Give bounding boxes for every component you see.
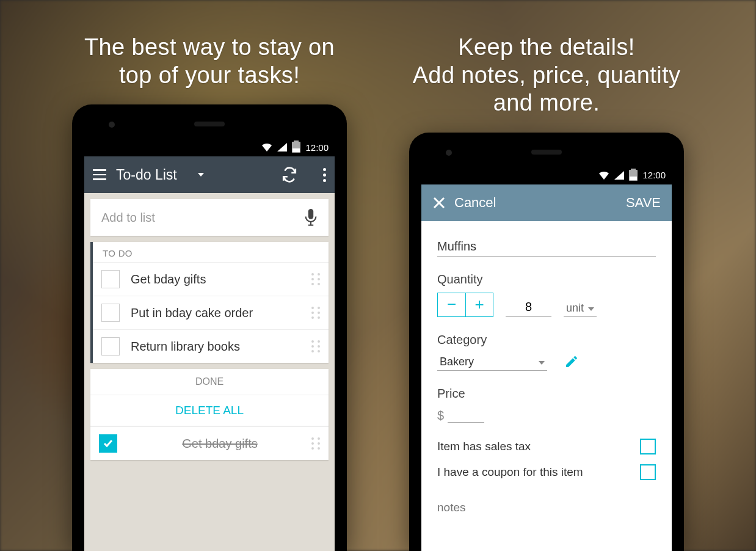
check-icon [102, 437, 114, 450]
coupon-label: I have a coupon for this item [437, 465, 583, 479]
quantity-input[interactable] [506, 297, 551, 317]
task-checkbox[interactable] [101, 304, 120, 322]
done-header: DONE [90, 369, 329, 395]
decrement-button[interactable]: − [437, 293, 465, 317]
coupon-checkbox[interactable] [640, 464, 656, 480]
minus-icon: − [447, 295, 456, 314]
task-row[interactable]: Return library books [93, 329, 329, 363]
edit-pencil-icon[interactable] [564, 354, 579, 369]
notes-input[interactable] [437, 496, 656, 519]
task-checkbox[interactable] [99, 434, 117, 453]
task-checkbox[interactable] [101, 270, 120, 288]
signal-icon [614, 171, 624, 180]
menu-icon[interactable] [93, 169, 106, 180]
overflow-icon[interactable] [323, 168, 326, 182]
task-checkbox[interactable] [101, 337, 120, 356]
promo-panel-2: Keep the details!Add notes, price, quant… [398, 0, 695, 551]
sales-tax-checkbox[interactable] [640, 439, 656, 454]
status-bar: 12:00 [84, 138, 335, 156]
sales-tax-label: Item has sales tax [437, 440, 531, 453]
signal-icon [277, 143, 287, 151]
todo-section: TO DO Get bday gifts Put in bday cake or… [90, 242, 329, 363]
task-row[interactable]: Get bday gifts [90, 426, 329, 460]
edit-app-bar: Cancel SAVE [421, 184, 672, 221]
chevron-down-icon[interactable] [198, 173, 204, 177]
list-title-dropdown[interactable]: To-do List [116, 167, 177, 183]
task-row[interactable]: Get bday gifts [93, 262, 329, 296]
quantity-stepper: − + [437, 293, 493, 317]
drag-handle-icon[interactable] [311, 273, 320, 285]
delete-all-button[interactable]: DELETE ALL [90, 395, 329, 426]
promo-panel-1: The best way to stay ontop of your tasks… [61, 0, 358, 551]
quantity-label: Quantity [437, 272, 656, 286]
save-button[interactable]: SAVE [626, 195, 661, 211]
task-label: Get bday gifts [128, 437, 311, 451]
headline-1: The best way to stay ontop of your tasks… [84, 34, 335, 89]
task-label: Get bday gifts [131, 272, 311, 286]
add-item-card [90, 199, 329, 236]
battery-icon [629, 170, 638, 181]
todo-header: TO DO [93, 242, 329, 262]
wifi-icon [261, 143, 272, 151]
cancel-button[interactable]: Cancel [454, 195, 496, 211]
category-select[interactable]: Bakery [437, 353, 547, 371]
clock: 12:00 [642, 170, 666, 180]
increment-button[interactable]: + [465, 293, 493, 317]
plus-icon: + [474, 295, 484, 314]
status-bar: 12:00 [421, 166, 672, 184]
close-icon[interactable] [432, 196, 446, 210]
svg-rect-0 [308, 209, 313, 219]
refresh-icon[interactable] [282, 167, 297, 183]
add-item-input[interactable] [101, 211, 304, 225]
category-label: Category [437, 333, 656, 347]
wifi-icon [598, 171, 609, 180]
task-row[interactable]: Put in bday cake order [93, 296, 329, 329]
phone-frame-2: 12:00 Cancel SAVE Quantity − + [409, 133, 684, 551]
currency-symbol: $ [437, 409, 444, 423]
unit-select[interactable]: unit [564, 299, 597, 317]
price-label: Price [437, 387, 656, 401]
battery-icon [292, 142, 300, 153]
price-input[interactable] [448, 407, 484, 423]
task-label: Put in bday cake order [131, 306, 311, 320]
mic-icon[interactable] [304, 209, 318, 226]
phone-frame-1: 12:00 To-do List TO DO [72, 104, 347, 551]
clock: 12:00 [305, 142, 329, 153]
drag-handle-icon[interactable] [311, 340, 320, 352]
task-label: Return library books [131, 340, 311, 354]
done-section: DONE DELETE ALL Get bday gifts [90, 369, 329, 460]
item-name-input[interactable] [437, 237, 656, 257]
drag-handle-icon[interactable] [311, 437, 320, 450]
drag-handle-icon[interactable] [311, 307, 320, 319]
app-bar: To-do List [84, 156, 335, 193]
headline-2: Keep the details!Add notes, price, quant… [413, 34, 681, 117]
